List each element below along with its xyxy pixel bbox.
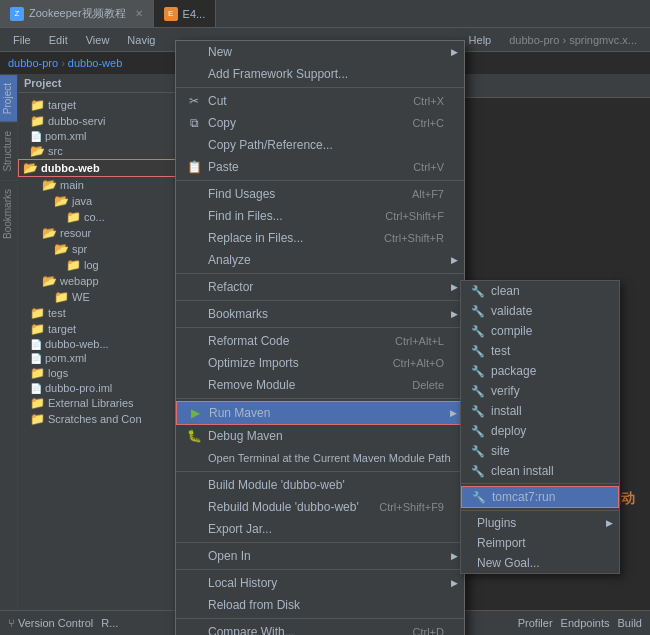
maven-validate[interactable]: 🔧 validate — [461, 301, 619, 321]
maven-test[interactable]: 🔧 test — [461, 341, 619, 361]
maven-tomcat7-run[interactable]: 🔧 tomcat7:run — [461, 486, 619, 508]
tree-item-pom2[interactable]: 📄 pom.xml — [18, 351, 197, 365]
tree-item-dubbo-web[interactable]: 📂 dubbo-web — [18, 159, 197, 177]
folder-icon: 📁 — [30, 412, 45, 426]
zookeeper-tab-label: Zookeeper视频教程 — [29, 6, 126, 21]
sidebar-tree: 📁 target 📁 dubbo-servi 📄 pom.xml 📂 src 📂… — [18, 93, 197, 431]
menu-help[interactable]: Help — [461, 32, 500, 48]
maven-install[interactable]: 🔧 install — [461, 401, 619, 421]
tree-item-target[interactable]: 📁 target — [18, 97, 197, 113]
maven-install-icon: 🔧 — [471, 405, 485, 418]
tree-item-ext-libs[interactable]: 📁 External Libraries — [18, 395, 197, 411]
plugins-item[interactable]: Plugins ▶ — [461, 513, 619, 533]
cm-paste[interactable]: 📋 Paste Ctrl+V — [176, 156, 464, 178]
cm-compare-with[interactable]: Compare With... Ctrl+D — [176, 621, 464, 635]
maven-compile[interactable]: 🔧 compile — [461, 321, 619, 341]
cm-open-in[interactable]: Open In — [176, 545, 464, 567]
folder-icon: 📂 — [42, 274, 57, 288]
cm-export-jar[interactable]: Export Jar... — [176, 518, 464, 540]
tree-item-main[interactable]: 📂 main — [18, 177, 197, 193]
tree-item-logs[interactable]: 📁 logs — [18, 365, 197, 381]
cm-open-terminal[interactable]: Open Terminal at the Current Maven Modul… — [176, 447, 464, 469]
maven-clean-install[interactable]: 🔧 clean install — [461, 461, 619, 481]
tree-item-pom-xml[interactable]: 📄 pom.xml — [18, 129, 197, 143]
breadcrumb-sep: › — [61, 57, 65, 69]
tree-item-target2[interactable]: 📁 target — [18, 321, 197, 337]
left-tab-structure[interactable]: Structure — [0, 122, 17, 180]
tree-item-java[interactable]: 📂 java — [18, 193, 197, 209]
breadcrumb-part2[interactable]: dubbo-web — [68, 57, 122, 69]
menu-view[interactable]: View — [78, 32, 118, 48]
cm-add-framework[interactable]: Add Framework Support... — [176, 63, 464, 85]
maven-verify-icon: 🔧 — [471, 385, 485, 398]
status-profiler[interactable]: Profiler — [518, 617, 553, 629]
cm-bookmarks[interactable]: Bookmarks — [176, 303, 464, 325]
maven-deploy[interactable]: 🔧 deploy — [461, 421, 619, 441]
tree-item-co[interactable]: 📁 co... — [18, 209, 197, 225]
cm-rebuild-module[interactable]: Rebuild Module 'dubbo-web' Ctrl+Shift+F9 — [176, 496, 464, 518]
cm-reload-from-disk[interactable]: Reload from Disk — [176, 594, 464, 616]
status-version-control[interactable]: ⑂ Version Control — [8, 617, 93, 629]
plugins-sep — [461, 510, 619, 511]
maven-compile-label: compile — [491, 324, 532, 338]
cm-build-module-label: Build Module 'dubbo-web' — [208, 478, 454, 492]
cm-copy-path[interactable]: Copy Path/Reference... — [176, 134, 464, 156]
breadcrumb-part1[interactable]: dubbo-pro — [8, 57, 58, 69]
maven-reimport[interactable]: Reimport — [461, 533, 619, 553]
menu-edit[interactable]: Edit — [41, 32, 76, 48]
tree-item-spr[interactable]: 📂 spr — [18, 241, 197, 257]
cm-build-module[interactable]: Build Module 'dubbo-web' — [176, 474, 464, 496]
tree-item-src[interactable]: 📂 src — [18, 143, 197, 159]
menu-navigate[interactable]: Navig — [119, 32, 163, 48]
tree-item-dubbo-servi[interactable]: 📁 dubbo-servi — [18, 113, 197, 129]
cm-find-in-files[interactable]: Find in Files... Ctrl+Shift+F — [176, 205, 464, 227]
reload-icon — [186, 597, 202, 613]
status-r[interactable]: R... — [101, 617, 118, 629]
cm-analyze[interactable]: Analyze — [176, 249, 464, 271]
cm-run-maven[interactable]: ▶ Run Maven — [176, 401, 464, 425]
tree-label: dubbo-web... — [45, 338, 109, 350]
cm-remove-module[interactable]: Remove Module Delete — [176, 374, 464, 396]
tree-item-resour[interactable]: 📂 resour — [18, 225, 197, 241]
tree-item-log[interactable]: 📁 log — [18, 257, 197, 273]
export-jar-icon — [186, 521, 202, 537]
cm-find-usages[interactable]: Find Usages Alt+F7 — [176, 183, 464, 205]
left-tab-project[interactable]: Project — [0, 74, 17, 122]
close-tab-icon[interactable]: ✕ — [135, 8, 143, 19]
cm-optimize[interactable]: Optimize Imports Ctrl+Alt+O — [176, 352, 464, 374]
cm-new[interactable]: New — [176, 41, 464, 63]
remove-module-icon — [186, 377, 202, 393]
cm-debug-maven[interactable]: 🐛 Debug Maven — [176, 425, 464, 447]
menu-file[interactable]: File — [5, 32, 39, 48]
tree-item-we[interactable]: 📁 WE — [18, 289, 197, 305]
add-framework-icon — [186, 66, 202, 82]
tab-zookeeper[interactable]: Z Zookeeper视频教程 ✕ — [0, 0, 154, 27]
tree-item-iml[interactable]: 📄 dubbo-pro.iml — [18, 381, 197, 395]
active-tab-icon: E — [164, 7, 178, 21]
cm-new-label: New — [208, 45, 454, 59]
tree-item-test[interactable]: 📁 test — [18, 305, 197, 321]
maven-compile-icon: 🔧 — [471, 325, 485, 338]
cm-refactor[interactable]: Refactor — [176, 276, 464, 298]
cm-open-terminal-label: Open Terminal at the Current Maven Modul… — [208, 452, 454, 464]
left-tab-bookmarks[interactable]: Bookmarks — [0, 180, 17, 247]
tree-item-dubbo-web-file[interactable]: 📄 dubbo-web... — [18, 337, 197, 351]
maven-verify[interactable]: 🔧 verify — [461, 381, 619, 401]
cm-reformat[interactable]: Reformat Code Ctrl+Alt+L — [176, 330, 464, 352]
cm-local-history[interactable]: Local History — [176, 572, 464, 594]
cm-remove-module-shortcut: Delete — [412, 379, 444, 391]
tab-active[interactable]: E E4... — [154, 0, 217, 27]
status-endpoints[interactable]: Endpoints — [561, 617, 610, 629]
compare-icon — [186, 624, 202, 635]
cm-replace-in-files[interactable]: Replace in Files... Ctrl+Shift+R — [176, 227, 464, 249]
tree-item-webapp[interactable]: 📂 webapp — [18, 273, 197, 289]
cm-cut[interactable]: ✂ Cut Ctrl+X — [176, 90, 464, 112]
maven-new-goal[interactable]: New Goal... — [461, 553, 619, 573]
maven-site[interactable]: 🔧 site — [461, 441, 619, 461]
maven-clean[interactable]: 🔧 clean — [461, 281, 619, 301]
tree-label: WE — [72, 291, 90, 303]
tree-item-scratches[interactable]: 📁 Scratches and Con — [18, 411, 197, 427]
status-build[interactable]: Build — [618, 617, 642, 629]
maven-package[interactable]: 🔧 package — [461, 361, 619, 381]
cm-copy[interactable]: ⧉ Copy Ctrl+C — [176, 112, 464, 134]
